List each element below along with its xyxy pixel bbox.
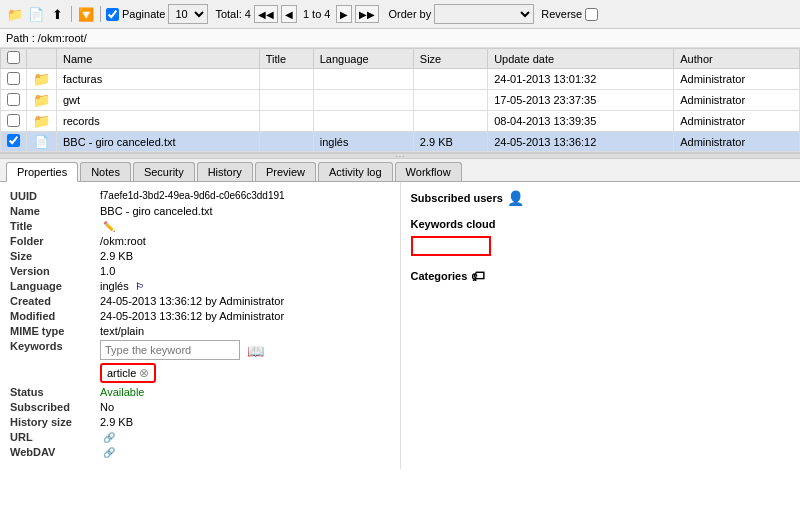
row-title-cell xyxy=(259,132,313,152)
language-flag-icon[interactable]: 🏳 xyxy=(135,281,145,292)
categories-header: Categories 🏷 xyxy=(411,268,791,284)
reverse-label: Reverse xyxy=(541,8,582,20)
col-name-header[interactable]: Name xyxy=(57,49,260,69)
tab-preview[interactable]: Preview xyxy=(255,162,316,181)
first-page-btn[interactable]: ◀◀ xyxy=(254,5,278,23)
tab-activity-log[interactable]: Activity log xyxy=(318,162,393,181)
tab-history[interactable]: History xyxy=(197,162,253,181)
row-checkbox[interactable] xyxy=(7,72,20,85)
prop-url: URL 🔗 xyxy=(10,431,390,443)
range-label: 1 to 4 xyxy=(303,8,331,20)
table-row[interactable]: 📁 records 08-04-2013 13:39:35 Administra… xyxy=(1,111,800,132)
subscribed-users-header: Subscribed users 👤 xyxy=(411,190,791,206)
row-date-cell: 24-01-2013 13:01:32 xyxy=(488,69,674,90)
filter-icon[interactable]: 🔽 xyxy=(77,5,95,23)
keyword-book-icon[interactable]: 📖 xyxy=(247,343,264,359)
row-title-cell xyxy=(259,69,313,90)
tab-notes[interactable]: Notes xyxy=(80,162,131,181)
row-name-cell[interactable]: facturas xyxy=(57,69,260,90)
categories-icon[interactable]: 🏷 xyxy=(471,268,485,284)
row-author-cell: Administrator xyxy=(674,69,800,90)
col-language-header[interactable]: Language xyxy=(313,49,413,69)
col-title-header[interactable]: Title xyxy=(259,49,313,69)
row-language-cell xyxy=(313,111,413,132)
toolbar: 📁 📄 ⬆ 🔽 Paginate 10 20 50 Total: 4 ◀◀ ◀ … xyxy=(0,0,800,29)
row-check-cell xyxy=(1,69,27,90)
row-checkbox[interactable] xyxy=(7,114,20,127)
row-size-cell xyxy=(413,90,487,111)
file-table-container: Name Title Language Size Update date Aut… xyxy=(0,48,800,153)
row-name-cell[interactable]: gwt xyxy=(57,90,260,111)
row-icon-cell: 📁 xyxy=(27,90,57,111)
col-check-header xyxy=(1,49,27,69)
total-label: Total: 4 xyxy=(215,8,250,20)
separator xyxy=(71,6,72,22)
folder-icon: 📁 xyxy=(33,92,50,108)
url-link-icon[interactable]: 🔗 xyxy=(103,432,115,443)
file-icon: 📄 xyxy=(34,135,49,149)
prop-keywords: Keywords 📖 xyxy=(10,340,390,360)
page-size-select[interactable]: 10 20 50 xyxy=(168,4,208,24)
tab-workflow[interactable]: Workflow xyxy=(395,162,462,181)
row-author-cell: Administrator xyxy=(674,111,800,132)
table-row[interactable]: 📁 gwt 17-05-2013 23:37:35 Administrator xyxy=(1,90,800,111)
row-language-cell xyxy=(313,69,413,90)
table-row[interactable]: 📁 facturas 24-01-2013 13:01:32 Administr… xyxy=(1,69,800,90)
row-title-cell xyxy=(259,111,313,132)
row-author-cell: Administrator xyxy=(674,90,800,111)
row-checkbox[interactable] xyxy=(7,93,20,106)
table-row[interactable]: 📄 BBC - giro canceled.txt inglés 2.9 KB … xyxy=(1,132,800,152)
col-size-header[interactable]: Size xyxy=(413,49,487,69)
col-icon-header xyxy=(27,49,57,69)
select-all-checkbox[interactable] xyxy=(7,51,20,64)
order-by-label: Order by xyxy=(388,8,431,20)
new-file-icon[interactable]: 📄 xyxy=(27,5,45,23)
folder-icon: 📁 xyxy=(33,71,50,87)
prop-webdav: WebDAV 🔗 xyxy=(10,446,390,458)
keyword-input[interactable] xyxy=(100,340,240,360)
row-title-cell xyxy=(259,90,313,111)
prop-language: Language inglés 🏳 xyxy=(10,280,390,292)
breadcrumb: Path : /okm:root/ xyxy=(0,29,800,48)
prop-modified: Modified 24-05-2013 13:36:12 by Administ… xyxy=(10,310,390,322)
row-date-cell: 24-05-2013 13:36:12 xyxy=(488,132,674,152)
right-panel: Subscribed users 👤 Keywords cloud inglés… xyxy=(400,182,801,469)
new-folder-icon[interactable]: 📁 xyxy=(6,5,24,23)
keyword-remove-icon[interactable]: ⊗ xyxy=(139,366,149,380)
row-icon-cell: 📁 xyxy=(27,111,57,132)
order-by-select[interactable] xyxy=(434,4,534,24)
row-check-cell xyxy=(1,90,27,111)
subscribed-users-add-icon[interactable]: 👤 xyxy=(507,190,524,206)
table-header-row: Name Title Language Size Update date Aut… xyxy=(1,49,800,69)
prop-version: Version 1.0 xyxy=(10,265,390,277)
paginate-checkbox[interactable] xyxy=(106,8,119,21)
webdav-link-icon[interactable]: 🔗 xyxy=(103,447,115,458)
col-update-header[interactable]: Update date xyxy=(488,49,674,69)
next-page-btn[interactable]: ▶ xyxy=(336,5,352,23)
row-checkbox[interactable] xyxy=(7,134,20,147)
prev-page-btn[interactable]: ◀ xyxy=(281,5,297,23)
last-page-btn[interactable]: ▶▶ xyxy=(355,5,379,23)
keywords-cloud-input[interactable]: inglés xyxy=(411,236,491,256)
prop-uuid: UUID f7aefe1d-3bd2-49ea-9d6d-c0e66c3dd19… xyxy=(10,190,390,202)
row-size-cell xyxy=(413,111,487,132)
row-name-cell[interactable]: BBC - giro canceled.txt xyxy=(57,132,260,152)
bottom-panel: UUID f7aefe1d-3bd2-49ea-9d6d-c0e66c3dd19… xyxy=(0,182,800,469)
upload-icon[interactable]: ⬆ xyxy=(48,5,66,23)
reverse-checkbox[interactable] xyxy=(585,8,598,21)
tab-bar: PropertiesNotesSecurityHistoryPreviewAct… xyxy=(0,159,800,182)
title-edit-icon[interactable]: ✏️ xyxy=(103,221,115,232)
properties-panel: UUID f7aefe1d-3bd2-49ea-9d6d-c0e66c3dd19… xyxy=(0,182,400,469)
folder-icon: 📁 xyxy=(33,113,50,129)
row-name-cell[interactable]: records xyxy=(57,111,260,132)
row-language-cell xyxy=(313,90,413,111)
col-author-header[interactable]: Author xyxy=(674,49,800,69)
prop-keyword-tags: article ⊗ xyxy=(10,363,390,383)
prop-folder: Folder /okm:root xyxy=(10,235,390,247)
tab-security[interactable]: Security xyxy=(133,162,195,181)
row-author-cell: Administrator xyxy=(674,132,800,152)
prop-size: Size 2.9 KB xyxy=(10,250,390,262)
row-date-cell: 08-04-2013 13:39:35 xyxy=(488,111,674,132)
tab-properties[interactable]: Properties xyxy=(6,162,78,182)
file-table: Name Title Language Size Update date Aut… xyxy=(0,48,800,152)
